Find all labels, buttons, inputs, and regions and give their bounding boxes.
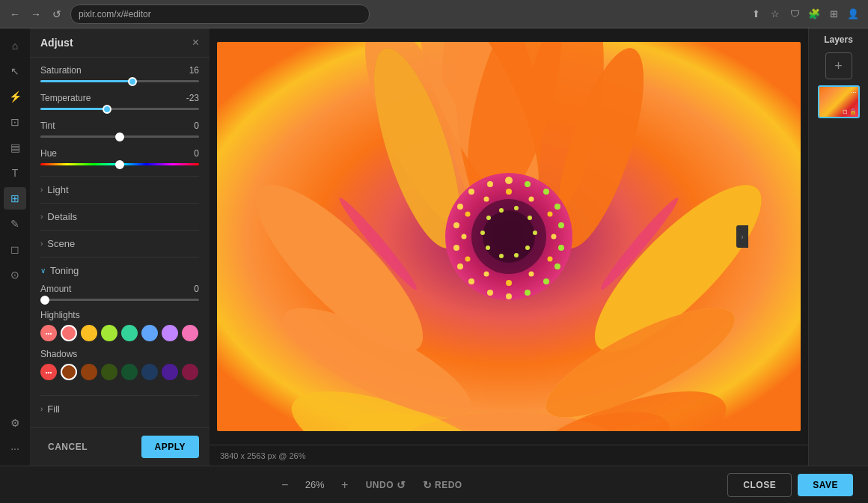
fill-section-header[interactable]: › Fill <box>40 396 199 422</box>
toning-label: Toning <box>50 265 79 276</box>
saturation-slider[interactable] <box>40 80 199 82</box>
save-button[interactable]: SAVE <box>798 474 853 496</box>
shadows-swatch-4[interactable] <box>141 364 158 380</box>
layers-title: Layers <box>819 34 858 45</box>
undo-button[interactable]: UNDO ↺ <box>360 475 412 496</box>
forward-button[interactable]: → <box>28 7 43 22</box>
highlights-swatch-6[interactable] <box>182 325 198 341</box>
layers-tool[interactable]: ▤ <box>4 136 26 159</box>
fill-section: › Fill <box>40 395 199 422</box>
svg-point-30 <box>505 177 513 184</box>
temperature-slider[interactable] <box>40 108 199 110</box>
svg-point-62 <box>499 208 504 213</box>
text-tool[interactable]: T <box>4 162 26 184</box>
tint-label-row: Tint 0 <box>40 121 199 131</box>
clone-tool[interactable]: ⊙ <box>4 263 26 286</box>
brush-tool[interactable]: ✎ <box>4 213 26 235</box>
settings-tool[interactable]: ⚙ <box>4 412 26 434</box>
eraser-tool[interactable]: ◻ <box>4 238 26 260</box>
svg-point-64 <box>528 216 532 220</box>
details-chevron: › <box>40 213 43 221</box>
layer-image-icon: ⊡ <box>843 109 848 115</box>
panel-content: Saturation 16 Temperature -23 <box>30 58 210 427</box>
hue-slider[interactable] <box>40 163 199 165</box>
more-tool[interactable]: ··· <box>4 437 26 460</box>
bottom-toolbar: − 26% + UNDO ↺ ↻ REDO CLOSE SAVE <box>0 466 868 503</box>
bottom-right-buttons: CLOSE SAVE <box>727 473 853 497</box>
svg-point-48 <box>506 189 512 195</box>
svg-point-51 <box>551 234 557 240</box>
svg-point-57 <box>462 234 467 240</box>
svg-point-67 <box>514 253 519 257</box>
svg-point-55 <box>484 272 489 277</box>
shield-icon[interactable]: 🛡 <box>787 7 802 22</box>
shadows-swatch-1[interactable] <box>81 364 97 380</box>
highlights-swatch-3[interactable] <box>121 325 138 341</box>
add-layer-button[interactable]: + <box>825 52 852 79</box>
bookmark-icon[interactable]: ☆ <box>768 7 783 22</box>
shadows-swatches: ••• <box>40 364 199 380</box>
light-chevron: › <box>40 186 43 194</box>
svg-point-44 <box>468 278 474 284</box>
lasso-tool[interactable]: ⚡ <box>4 85 26 108</box>
shadows-swatch-0[interactable] <box>61 364 77 380</box>
highlights-swatch-4[interactable] <box>141 325 158 341</box>
zoom-level: 26% <box>300 479 330 490</box>
zoom-in-button[interactable]: + <box>334 475 355 496</box>
svg-point-46 <box>487 290 493 296</box>
zoom-out-button[interactable]: − <box>275 475 296 496</box>
toning-header[interactable]: ∨ Toning <box>40 257 199 284</box>
select-tool[interactable]: ↖ <box>4 60 26 82</box>
panel-footer: CANCEL APPLY <box>30 427 210 466</box>
extension-icon[interactable]: 🧩 <box>807 7 822 22</box>
back-button[interactable]: ← <box>7 7 22 22</box>
shadows-swatch-5[interactable] <box>162 364 178 380</box>
refresh-button[interactable]: ↺ <box>49 7 64 22</box>
saturation-label: Saturation <box>40 65 82 76</box>
shadows-swatch-3[interactable] <box>121 364 138 380</box>
svg-point-41 <box>554 263 560 269</box>
profile-icon[interactable]: 👤 <box>846 7 861 22</box>
cancel-button[interactable]: CANCEL <box>40 437 95 457</box>
svg-point-65 <box>533 231 537 235</box>
details-section[interactable]: › Details <box>40 203 199 230</box>
shadows-swatch-6[interactable] <box>182 364 198 380</box>
svg-point-71 <box>486 216 491 220</box>
apply-button[interactable]: APPLY <box>141 436 199 458</box>
amount-slider[interactable] <box>40 299 199 301</box>
highlights-swatch-1[interactable] <box>81 325 97 341</box>
light-label: Light <box>47 184 68 195</box>
highlights-swatch-0[interactable] <box>61 325 77 341</box>
highlights-more-button[interactable]: ••• <box>40 325 57 341</box>
tint-label: Tint <box>40 121 55 131</box>
url-bar[interactable]: pixlr.com/x/#editor <box>70 4 370 24</box>
home-tool[interactable]: ⌂ <box>4 34 26 57</box>
crop-tool[interactable]: ⊡ <box>4 111 26 133</box>
panel-header: Adjust × <box>30 28 210 58</box>
light-section[interactable]: › Light <box>40 176 199 203</box>
svg-point-69 <box>486 246 490 250</box>
close-button[interactable]: CLOSE <box>727 473 792 497</box>
panel-close-button[interactable]: × <box>192 36 199 49</box>
shadows-swatch-2[interactable] <box>101 364 117 380</box>
svg-point-54 <box>506 280 512 286</box>
highlights-swatch-5[interactable] <box>162 325 178 341</box>
highlights-swatch-2[interactable] <box>101 325 117 341</box>
grid-icon[interactable]: ⊞ <box>826 7 841 22</box>
tint-slider[interactable] <box>40 135 199 138</box>
layer-more-button[interactable]: ··· <box>851 88 857 96</box>
right-panel-collapse[interactable]: › <box>736 225 748 248</box>
canvas-image[interactable] <box>217 42 801 431</box>
share-icon[interactable]: ⬆ <box>748 7 763 22</box>
svg-point-34 <box>468 189 474 195</box>
redo-button[interactable]: ↻ REDO <box>417 475 468 496</box>
shadows-more-button[interactable]: ••• <box>40 364 57 380</box>
svg-point-35 <box>554 204 560 210</box>
temperature-value: -23 <box>186 93 199 103</box>
browser-icons: ⬆ ☆ 🛡 🧩 ⊞ 👤 <box>748 7 861 22</box>
scene-section[interactable]: › Scene <box>40 230 199 257</box>
amount-label: Amount <box>40 284 71 294</box>
panel-title: Adjust <box>40 37 73 49</box>
layer-thumbnail[interactable]: ··· ⊡ 🔒 <box>818 85 860 118</box>
adjustments-tool[interactable]: ⊞ <box>4 187 26 210</box>
